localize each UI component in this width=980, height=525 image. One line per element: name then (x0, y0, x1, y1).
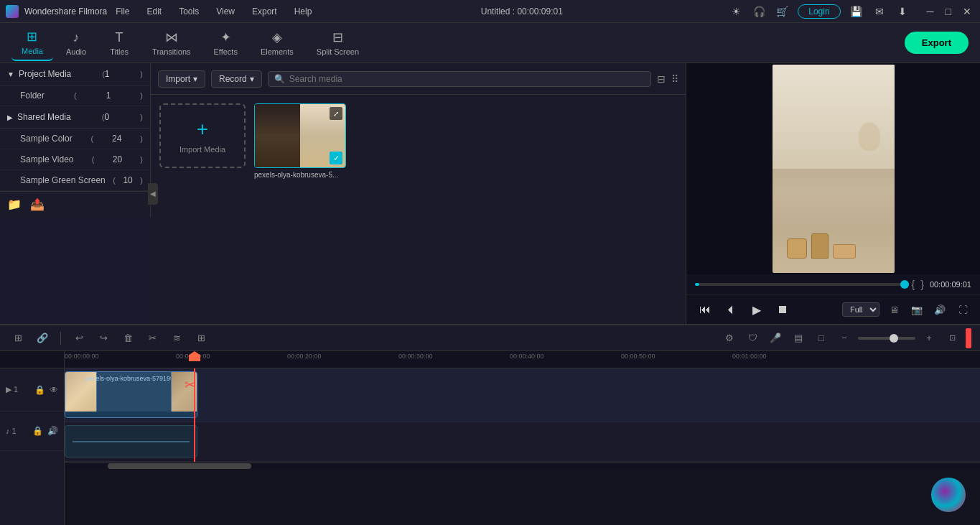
monitor-icon[interactable]: 🖥 (885, 301, 902, 318)
caption-icon[interactable]: ▤ (789, 329, 808, 348)
folder-item[interactable]: Folder (1) (0, 85, 150, 106)
tool-titles[interactable]: T Titles (99, 26, 139, 60)
sun-icon[interactable]: ☀ (729, 4, 743, 19)
sample-video-item[interactable]: Sample Video (20) (0, 149, 150, 170)
audio-volume-icon[interactable]: 🔊 (47, 426, 58, 436)
settings-icon[interactable]: ⚙ (720, 329, 739, 348)
share-icon[interactable]: ✉ (872, 4, 887, 19)
play-button[interactable]: ▶ (747, 299, 767, 320)
tool-transitions[interactable]: ⋈ Transitions (142, 25, 200, 60)
fit-icon[interactable]: ⊡ (943, 329, 961, 348)
tool-elements[interactable]: ◈ Elements (251, 25, 304, 60)
import-chevron-icon: ▾ (193, 74, 197, 84)
color-indicator (966, 328, 971, 348)
waveform (73, 441, 190, 442)
timeline-toolbar-right: ⚙ 🛡 🎤 ▤ □ − + ⊡ (720, 328, 971, 348)
project-media-section[interactable]: ▼ Project Media (1) (0, 63, 150, 85)
playhead-scissors: ✂ (185, 377, 195, 393)
minimize-button[interactable]: ─ (924, 6, 937, 17)
lock-icon[interactable]: 🔒 (34, 385, 45, 395)
add-track-button[interactable]: ⊞ (9, 329, 27, 348)
stop-button[interactable]: ⏹ (773, 299, 793, 320)
tool-media[interactable]: ⊞ Media (11, 24, 53, 61)
chevron-right-icon: ▶ (7, 113, 13, 121)
undo-button[interactable]: ↩ (70, 329, 88, 348)
timeline-body: ▶ 1 🔒 👁 ♪ 1 🔒 🔊 00:00:00:00 00: (0, 351, 980, 525)
zoom-in-icon[interactable]: + (920, 329, 938, 348)
add-folder-icon[interactable]: 📁 (7, 198, 22, 211)
timeline-main: 00:00:00:00 00:00:10:00 00:00:20:00 00:0… (65, 351, 980, 525)
fullscreen-icon[interactable]: ⛶ (954, 301, 971, 318)
panel-collapse-arrow[interactable]: ◀ (148, 183, 158, 205)
audio-track-number: ♪ 1 (6, 427, 17, 435)
title-bar-right: ☀ 🎧 🛒 Login 💾 ✉ ⬇ ─ □ ✕ (729, 4, 974, 19)
close-button[interactable]: ✕ (960, 6, 974, 17)
import-button[interactable]: Import ▾ (158, 70, 205, 88)
audio-lock-icon[interactable]: 🔒 (32, 426, 43, 436)
sample-green-screen-item[interactable]: Sample Green Screen (10) (0, 170, 150, 191)
tool-split-screen[interactable]: ⊟ Split Screen (307, 25, 369, 60)
filter-icon[interactable]: ⊟ (657, 73, 666, 85)
tool-effects[interactable]: ✦ Effects (204, 25, 248, 60)
delete-button[interactable]: 🗑 (118, 329, 137, 348)
audio-eq-button[interactable]: ≋ (167, 329, 186, 348)
quality-select[interactable]: Full (842, 302, 879, 317)
media-icon: ⊞ (27, 29, 37, 45)
menu-view[interactable]: View (213, 5, 238, 18)
media-grid: + Import Media ⤢ ✓ pexels-olya-kobruseva… (151, 95, 686, 324)
title-bar: Wondershare Filmora File Edit Tools View… (0, 0, 980, 23)
clip-highlight (65, 412, 197, 417)
media-toolbar: Import ▾ Record ▾ 🔍 ⊟ ⠿ (151, 63, 686, 95)
import-media-tile[interactable]: + Import Media (159, 103, 246, 168)
menu-tools[interactable]: Tools (176, 5, 202, 18)
toolbar-separator (60, 332, 61, 345)
shield-icon[interactable]: 🛡 (743, 329, 762, 348)
login-button[interactable]: Login (798, 4, 840, 19)
search-input[interactable] (289, 74, 645, 84)
timeline-tracks: ✂ pexels-olya-kobruseva-5791990 (65, 368, 980, 462)
shared-media-section[interactable]: ▶ Shared Media (0) (0, 106, 150, 129)
grid-view-icon[interactable]: ⠿ (671, 73, 678, 85)
export-button[interactable]: Export (905, 32, 969, 54)
expand-icon: ⤢ (330, 107, 342, 120)
record-button[interactable]: Record ▾ (211, 70, 262, 88)
download-icon[interactable]: ⬇ (895, 4, 910, 19)
import-icon[interactable]: 📤 (30, 198, 45, 211)
link-button[interactable]: 🔗 (33, 329, 52, 348)
close-bracket-icon: } (920, 279, 924, 290)
multi-button[interactable]: ⊞ (192, 329, 210, 348)
save-icon[interactable]: 💾 (849, 4, 864, 19)
mic-icon[interactable]: 🎤 (766, 329, 785, 348)
menu-help[interactable]: Help (291, 5, 315, 18)
playback-controls: ⏮ ⏴ ▶ ⏹ Full 🖥 📷 🔊 ⛶ (686, 294, 980, 324)
audio-clip[interactable] (65, 425, 197, 457)
horizontal-scrollbar[interactable] (65, 462, 980, 469)
maximize-button[interactable]: □ (943, 6, 954, 17)
shop-icon[interactable]: 🛒 (775, 4, 789, 19)
step-back-button[interactable]: ⏮ (695, 299, 715, 320)
media-panel: Import ▾ Record ▾ 🔍 ⊟ ⠿ + Import Media (151, 63, 686, 324)
menu-export[interactable]: Export (249, 5, 280, 18)
frame-back-button[interactable]: ⏴ (721, 299, 741, 320)
redo-button[interactable]: ↪ (94, 329, 113, 348)
progress-bar[interactable] (695, 283, 906, 286)
camera-icon[interactable]: 📷 (908, 301, 925, 318)
app-name: Wondershare Filmora (24, 6, 107, 17)
zoom-slider[interactable] (858, 337, 915, 340)
menu-edit[interactable]: Edit (144, 5, 165, 18)
chevron-down-icon: ▼ (7, 70, 14, 78)
media-thumbnail[interactable]: ⤢ ✓ pexels-olya-kobruseva-5... (254, 103, 346, 315)
subtitle-icon[interactable]: □ (812, 329, 831, 348)
ruler-mark-2: 00:00:20:00 (287, 353, 322, 360)
zoom-out-icon[interactable]: − (835, 329, 854, 348)
eye-icon[interactable]: 👁 (50, 385, 58, 395)
menu-file[interactable]: File (113, 5, 132, 18)
cut-button[interactable]: ✂ (143, 329, 162, 348)
tool-audio[interactable]: ♪ Audio (56, 26, 96, 60)
headphone-icon[interactable]: 🎧 (752, 4, 766, 19)
sample-color-count: ( (91, 134, 94, 143)
sample-color-item[interactable]: Sample Color (24) (0, 129, 150, 149)
video-clip[interactable]: pexels-olya-kobruseva-5791990 (65, 371, 197, 418)
scrollbar-thumb[interactable] (108, 463, 251, 469)
volume-icon[interactable]: 🔊 (931, 301, 948, 318)
